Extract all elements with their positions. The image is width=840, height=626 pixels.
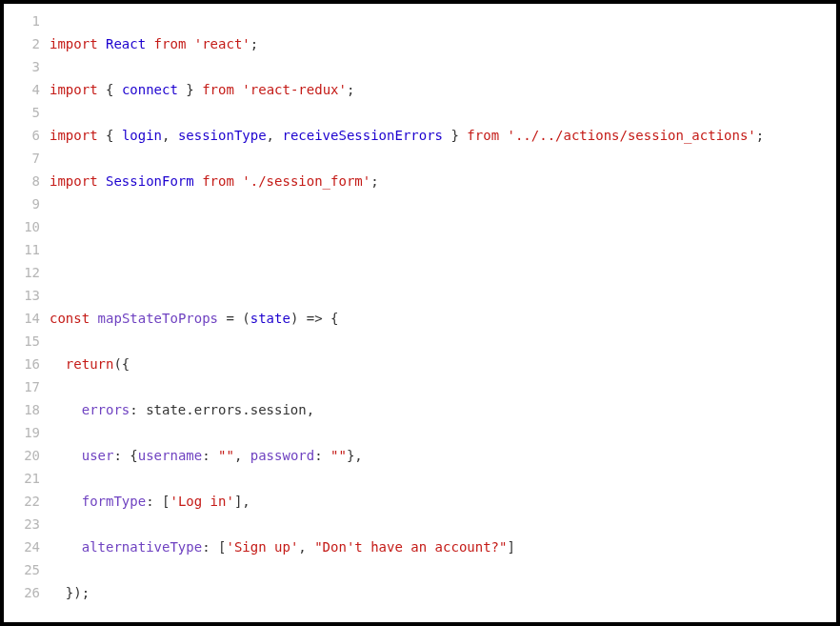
keyword: import [50,173,98,189]
line-number: 9 [4,192,40,215]
line-number: 20 [4,444,40,467]
property: username [138,448,202,463]
string: "" [218,448,234,463]
code-editor[interactable]: 1234567891011121314151617181920212223242… [4,4,836,622]
code-line[interactable]: import { login, sessionType, receiveSess… [50,124,836,147]
line-number: 11 [4,238,40,261]
line-number: 7 [4,147,40,170]
property: alternativeType [82,539,202,555]
string: '../../actions/session_actions' [508,128,756,143]
code-line[interactable] [50,215,836,238]
code-line[interactable]: import { connect } from 'react-redux'; [50,78,836,101]
identifier: receiveSessionErrors [282,128,443,143]
line-number: 1 [4,10,40,32]
line-number: 10 [4,215,40,238]
line-number: 21 [4,467,40,490]
line-number: 24 [4,535,40,558]
string: 'Sign up' [226,539,298,555]
code-line[interactable]: alternativeType: ['Sign up', "Don't have… [50,535,836,558]
line-number-gutter: 1234567891011121314151617181920212223242… [4,4,50,622]
code-line[interactable]: }); [50,581,836,604]
string: 'react' [194,36,250,51]
property: user [82,448,114,463]
keyword: import [50,36,98,51]
line-number: 6 [4,124,40,147]
code-line[interactable]: const mapStateToProps = (state) => { [50,307,836,330]
line-number: 19 [4,421,40,444]
line-number: 3 [4,55,40,78]
code-line[interactable]: formType: ['Log in'], [50,490,836,513]
identifier: mapStateToProps [98,311,218,326]
expression: state.errors.session [146,402,307,417]
line-number: 12 [4,261,40,284]
property: password [250,448,314,463]
string: 'Log in' [170,494,233,509]
line-number: 2 [4,32,40,55]
keyword: import [50,128,98,143]
param: state [250,311,290,326]
line-number: 4 [4,78,40,101]
keyword: from [202,173,234,189]
line-number: 15 [4,330,40,353]
code-line[interactable]: import React from 'react'; [50,32,836,55]
line-number: 8 [4,170,40,192]
identifier: React [106,36,146,51]
line-number: 13 [4,284,40,307]
line-number: 23 [4,513,40,535]
code-content[interactable]: import React from 'react'; import { conn… [50,4,836,622]
identifier: connect [122,82,178,97]
code-line[interactable]: import SessionForm from './session_form'… [50,170,836,192]
code-line[interactable] [50,261,836,284]
code-line[interactable]: return({ [50,353,836,375]
identifier: sessionType [178,128,267,143]
line-number: 25 [4,558,40,581]
keyword: const [50,311,90,326]
property: formType [82,494,146,509]
identifier: login [122,128,162,143]
string: "Don't have an account?" [314,539,507,555]
string: "" [330,448,347,463]
string: 'react-redux' [242,82,347,97]
code-line[interactable]: errors: state.errors.session, [50,398,836,421]
identifier: SessionForm [106,173,194,189]
code-line[interactable]: user: {username: "", password: ""}, [50,444,836,467]
line-number: 22 [4,490,40,513]
keyword: return [66,356,114,372]
line-number: 26 [4,581,40,604]
keyword: from [154,36,187,51]
keyword: from [467,128,499,143]
string: './session_form' [242,173,370,189]
line-number: 16 [4,353,40,375]
line-number: 14 [4,307,40,330]
keyword: import [50,82,98,97]
line-number: 18 [4,398,40,421]
line-number: 17 [4,375,40,398]
property: errors [82,402,130,417]
line-number: 5 [4,101,40,124]
keyword: from [202,82,234,97]
